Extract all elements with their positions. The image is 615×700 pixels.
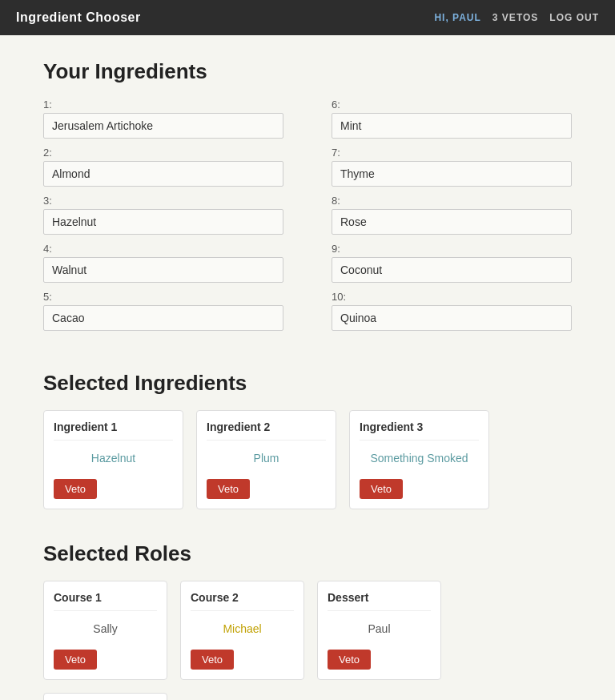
selected-ingredients-title: Selected Ingredients [43,371,572,396]
ingredient-label: 7: [332,147,572,159]
ingredient-input[interactable] [43,161,283,187]
card-header: Course 2 [191,591,294,611]
ingredient-input[interactable] [332,305,572,331]
ingredient-row: 7: [332,147,572,187]
veto-button[interactable]: Veto [54,479,97,499]
selected-roles-title: Selected Roles [43,541,572,566]
card-header: Ingredient 3 [360,420,479,441]
ingredient-row: 3: [43,195,283,235]
main-content: Your Ingredients 1: 6: 2: 7: 3: 8: 4: 9:… [19,35,596,700]
ingredient-card: Ingredient 2 Plum Veto [196,410,336,509]
selected-roles-section: Selected Roles Course 1 Sally Veto Cours… [43,541,572,700]
veto-button[interactable]: Veto [54,650,97,670]
ingredient-label: 10: [332,291,572,303]
ingredient-row: 10: [332,291,572,331]
card-value: Hazelnut [54,452,173,465]
header-hi-label: HI, PAUL [434,12,480,23]
ingredient-label: 5: [43,291,283,303]
card-value: Sally [54,622,157,635]
ingredient-label: 2: [43,147,283,159]
ingredient-input[interactable] [332,257,572,283]
header-right: HI, PAUL 3 VETOS LOG OUT [434,12,599,23]
selected-roles-cards: Course 1 Sally Veto Course 2 Michael Vet… [43,581,572,700]
header-vetos-label[interactable]: 3 VETOS [492,12,538,23]
ingredient-row: 1: [43,99,283,139]
veto-button[interactable]: Veto [191,650,234,670]
ingredient-row: 8: [332,195,572,235]
ingredient-input[interactable] [43,305,283,331]
ingredient-row: 2: [43,147,283,187]
ingredient-label: 1: [43,99,283,111]
card-value: Michael [191,622,294,635]
role-card: Dessert Paul Veto [317,581,441,680]
ingredient-input[interactable] [43,113,283,139]
ingredient-input[interactable] [332,161,572,187]
card-header: Ingredient 2 [207,420,326,441]
ingredient-label: 3: [43,195,283,207]
ingredient-row: 9: [332,243,572,283]
header-logout-button[interactable]: LOG OUT [549,12,599,23]
veto-button[interactable]: Veto [360,479,403,499]
app-header: Ingredient Chooser HI, PAUL 3 VETOS LOG … [0,0,615,35]
your-ingredients-title: Your Ingredients [43,59,572,84]
selected-ingredients-cards: Ingredient 1 Hazelnut Veto Ingredient 2 … [43,410,572,509]
ingredient-input[interactable] [332,113,572,139]
app-title: Ingredient Chooser [16,10,141,25]
selected-ingredients-section: Selected Ingredients Ingredient 1 Hazeln… [43,371,572,509]
ingredient-input[interactable] [43,209,283,235]
ingredient-input[interactable] [332,209,572,235]
veto-button[interactable]: Veto [207,479,250,499]
ingredient-label: 9: [332,243,572,255]
role-card: Course 2 Michael Veto [180,581,304,680]
role-card: Course 1 Sally Veto [43,581,167,680]
card-header: Course 1 [54,591,157,611]
ingredient-label: 4: [43,243,283,255]
ingredient-input[interactable] [43,257,283,283]
card-value: Paul [328,622,431,635]
ingredient-row: 6: [332,99,572,139]
ingredient-row: 5: [43,291,283,331]
card-value: Something Smoked [360,452,479,465]
role-card: Drinks Johanna Veto [43,693,167,700]
ingredient-row: 4: [43,243,283,283]
ingredient-label: 8: [332,195,572,207]
ingredients-grid: 1: 6: 2: 7: 3: 8: 4: 9: 5: 10: [43,99,572,339]
card-value: Plum [207,452,326,465]
card-header: Dessert [328,591,431,611]
veto-button[interactable]: Veto [328,650,371,670]
ingredient-label: 6: [332,99,572,111]
your-ingredients-section: Your Ingredients 1: 6: 2: 7: 3: 8: 4: 9:… [43,59,572,339]
card-header: Ingredient 1 [54,420,173,441]
ingredient-card: Ingredient 1 Hazelnut Veto [43,410,183,509]
ingredient-card: Ingredient 3 Something Smoked Veto [349,410,489,509]
